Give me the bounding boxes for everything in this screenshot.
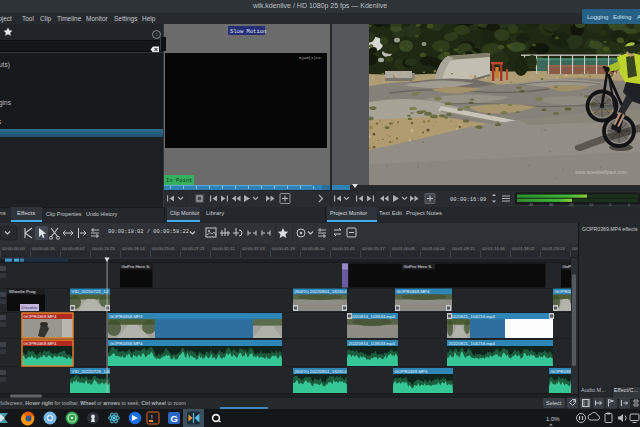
svg-text:20220821_104216.mp4: 20220821_104216.mp4 bbox=[449, 314, 496, 319]
svg-text:00:00:46:10: 00:00:46:10 bbox=[302, 246, 325, 251]
svg-text:Wheelie Prog.: Wheelie Prog. bbox=[9, 289, 37, 294]
svg-text:00:00:41:19: 00:00:41:19 bbox=[272, 246, 295, 251]
svg-text:00:00:04:16: 00:00:04:16 bbox=[32, 246, 55, 251]
svg-text:20220814_103533.mp4: 20220814_103533.mp4 bbox=[349, 341, 396, 346]
svg-text:GOPR0369.MP4: GOPR0369.MP4 bbox=[395, 369, 429, 374]
svg-text:GOPR0358.MP4: GOPR0358.MP4 bbox=[110, 314, 144, 319]
svg-text:-20: -20 bbox=[568, 203, 573, 207]
svg-text:00:01:04:24: 00:01:04:24 bbox=[422, 246, 445, 251]
svg-text:0: 0 bbox=[628, 203, 630, 207]
svg-text:1.0%: 1.0% bbox=[546, 416, 560, 422]
svg-text:00:00:13:23: 00:00:13:23 bbox=[92, 246, 115, 251]
svg-text:-5: -5 bbox=[608, 203, 611, 207]
svg-text:GOPR0369.MP4: GOPR0369.MP4 bbox=[24, 314, 58, 319]
svg-text:-45: -45 bbox=[528, 203, 533, 207]
svg-text:00:00:09:07: 00:00:09:07 bbox=[62, 246, 85, 251]
svg-text:00:01:09:15: 00:01:09:15 bbox=[452, 246, 475, 251]
svg-text:00:01:23:13: 00:01:23:13 bbox=[542, 246, 565, 251]
svg-text:00:00:18:14: 00:00:18:14 bbox=[122, 246, 145, 251]
svg-text:GOPR0358.MP4: GOPR0358.MP4 bbox=[110, 341, 144, 346]
svg-text:00:01:18:22: 00:01:18:22 bbox=[512, 246, 535, 251]
svg-text:00:00:37:03: 00:00:37:03 bbox=[242, 246, 265, 251]
svg-text:00:00:51:01: 00:00:51:01 bbox=[332, 246, 355, 251]
svg-text:00:00:27:21: 00:00:27:21 bbox=[182, 246, 205, 251]
svg-text:VID_20210722_14: VID_20210722_14 bbox=[72, 289, 109, 294]
svg-text:00:00:00:00: 00:00:00:00 bbox=[2, 246, 25, 251]
svg-text:Dissolve: Dissolve bbox=[22, 305, 38, 310]
svg-text:00:00:23:05: 00:00:23:05 bbox=[152, 246, 175, 251]
svg-text:G: G bbox=[171, 413, 178, 424]
svg-text:GoPro Hero S.: GoPro Hero S. bbox=[122, 264, 151, 269]
svg-text:20220814_103533.mp4: 20220814_103533.mp4 bbox=[349, 314, 396, 319]
svg-text:-10: -10 bbox=[588, 203, 593, 207]
svg-text:00:01:00:08: 00:01:00:08 bbox=[392, 246, 415, 251]
svg-text:00:01:14:06: 00:01:14:06 bbox=[482, 246, 505, 251]
svg-text:00:01:28:04: 00:01:28:04 bbox=[572, 246, 578, 251]
svg-text:GOPR0369.MP4: GOPR0369.MP4 bbox=[397, 289, 431, 294]
svg-text:-30: -30 bbox=[548, 203, 553, 207]
svg-text:(800%) 20220901_182614.m: (800%) 20220901_182614.m bbox=[295, 369, 352, 374]
svg-text:(800%) 20220901_182614.m: (800%) 20220901_182614.m bbox=[295, 289, 352, 294]
svg-text:00:00:55:17: 00:00:55:17 bbox=[362, 246, 385, 251]
svg-text:www.speedsk8park.com: www.speedsk8park.com bbox=[575, 170, 627, 175]
svg-text:GoPro Hero S.: GoPro Hero S. bbox=[404, 264, 433, 269]
svg-text:VID_20220729_140: VID_20220729_140 bbox=[72, 369, 112, 374]
svg-text:20220821_104216.mp4: 20220821_104216.mp4 bbox=[449, 341, 496, 346]
svg-text:GOPR0383: GOPR0383 bbox=[551, 369, 574, 374]
svg-text:00:00:32:12: 00:00:32:12 bbox=[212, 246, 235, 251]
svg-text:GOPR0369.MP4: GOPR0369.MP4 bbox=[24, 341, 58, 346]
